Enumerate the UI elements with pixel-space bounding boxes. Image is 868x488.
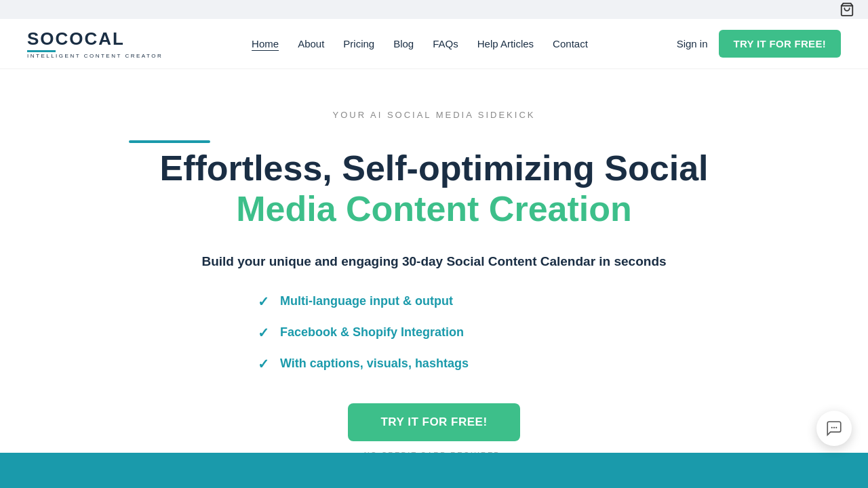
top-bar: [0, 0, 868, 19]
feature-item-3: ✓ With captions, visuals, hashtags: [258, 356, 469, 372]
logo[interactable]: SOCOCAL INTELLIGENT CONTENT CREATOR: [27, 28, 163, 59]
svg-point-3: [835, 427, 837, 428]
nav-item-contact[interactable]: Contact: [553, 38, 588, 50]
feature-text-1: Multi-language input & output: [280, 294, 453, 308]
nav-link-blog[interactable]: Blog: [393, 38, 414, 49]
nav-right: Sign in TRY IT FOR FREE!: [677, 30, 841, 58]
logo-subtitle: INTELLIGENT CONTENT CREATOR: [27, 53, 163, 59]
nav-item-blog[interactable]: Blog: [393, 38, 414, 50]
nav-link-about[interactable]: About: [298, 38, 324, 49]
hero-underline-wrap: [129, 140, 739, 143]
navbar: SOCOCAL INTELLIGENT CONTENT CREATOR Home…: [0, 19, 868, 69]
nav-link-home[interactable]: Home: [252, 38, 279, 49]
check-icon-1: ✓: [258, 293, 269, 310]
chat-bubble[interactable]: [816, 411, 852, 446]
feature-item-1: ✓ Multi-language input & output: [258, 293, 453, 310]
nav-item-pricing[interactable]: Pricing: [343, 38, 374, 50]
svg-point-1: [831, 427, 833, 428]
check-icon-3: ✓: [258, 356, 269, 372]
hero-title-dark: Effortless, Self-optimizing Social: [160, 148, 709, 188]
nav-item-home[interactable]: Home: [252, 38, 279, 50]
bottom-teal-bar: [0, 453, 868, 486]
nav-item-faqs[interactable]: FAQs: [433, 38, 458, 50]
logo-bar: [27, 50, 56, 52]
nav-item-help[interactable]: Help Articles: [477, 38, 534, 50]
feature-item-2: ✓ Facebook & Shopify Integration: [258, 325, 464, 341]
hero-eyebrow: YOUR AI SOCIAL MEDIA SIDEKICK: [333, 110, 536, 120]
try-free-button-nav[interactable]: TRY IT FOR FREE!: [719, 30, 841, 58]
nav-link-faqs[interactable]: FAQs: [433, 38, 458, 49]
feature-text-2: Facebook & Shopify Integration: [280, 325, 464, 340]
features-list: ✓ Multi-language input & output ✓ Facebo…: [258, 293, 610, 372]
hero-underline: [129, 140, 210, 143]
hero-title: Effortless, Self-optimizing Social Media…: [129, 148, 739, 230]
chat-icon: [825, 420, 843, 437]
hero-title-green: Media Content Creation: [236, 189, 632, 228]
try-free-button-hero[interactable]: TRY IT FOR FREE!: [348, 403, 519, 441]
nav-link-pricing[interactable]: Pricing: [343, 38, 374, 49]
svg-point-2: [833, 427, 835, 428]
check-icon-2: ✓: [258, 325, 269, 341]
hero-section: YOUR AI SOCIAL MEDIA SIDEKICK Effortless…: [0, 69, 868, 486]
cart-icon[interactable]: [840, 2, 854, 17]
sign-in-link[interactable]: Sign in: [677, 38, 708, 49]
hero-subtitle: Build your unique and engaging 30-day So…: [201, 254, 666, 269]
nav-link-contact[interactable]: Contact: [553, 38, 588, 49]
nav-links: Home About Pricing Blog FAQs Help Articl…: [252, 38, 588, 50]
feature-text-3: With captions, visuals, hashtags: [280, 357, 469, 371]
logo-text: SOCOCAL: [27, 28, 125, 49]
nav-link-help[interactable]: Help Articles: [477, 38, 534, 49]
nav-item-about[interactable]: About: [298, 38, 324, 50]
